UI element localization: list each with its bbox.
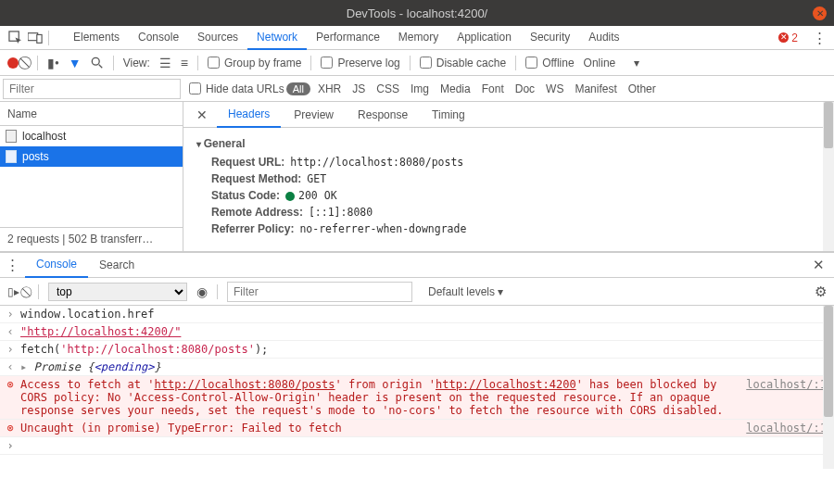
filter-doc[interactable]: Doc: [510, 82, 540, 95]
source-link[interactable]: localhost/:1: [746, 378, 827, 391]
network-status: 2 requests | 502 B transferr…: [0, 227, 183, 251]
more-menu-icon[interactable]: ⋮: [813, 30, 827, 46]
device-toggle-icon[interactable]: [28, 31, 43, 45]
separator: [48, 31, 49, 45]
console-sidebar-icon[interactable]: ▯▸: [7, 285, 19, 298]
filter-other[interactable]: Other: [623, 82, 662, 95]
console-error[interactable]: ⊗Access to fetch at 'http://localhost:80…: [0, 376, 834, 420]
filter-font[interactable]: Font: [476, 82, 510, 95]
request-url: Request URL:http://localhost:8080/posts: [211, 156, 821, 169]
camera-icon[interactable]: ▮●: [47, 56, 59, 70]
panel-tabs: Elements Console Sources Network Perform…: [64, 26, 629, 50]
drawer-tab-search[interactable]: Search: [88, 253, 145, 277]
inspect-icon[interactable]: [7, 31, 22, 45]
network-filter-bar: Hide data URLs All XHR JS CSS Img Media …: [0, 76, 834, 102]
throttle-select[interactable]: Online ▾: [584, 57, 639, 69]
filter-img[interactable]: Img: [405, 82, 435, 95]
live-expression-icon[interactable]: ◉: [196, 284, 208, 299]
filter-css[interactable]: CSS: [371, 82, 405, 95]
view-small-icon[interactable]: ≡: [181, 56, 188, 70]
status-dot-icon: [285, 192, 295, 201]
offline-checkbox[interactable]: Offline: [525, 57, 574, 69]
tab-elements[interactable]: Elements: [64, 26, 129, 50]
scrollbar[interactable]: [823, 102, 834, 251]
detail-body: General Request URL:http://localhost:808…: [183, 128, 834, 251]
network-toolbar: ⃠ ▮● ▼ View: ☰ ≡ Group by frame Preserve…: [0, 50, 834, 76]
console-filter-input[interactable]: [227, 282, 412, 302]
tab-performance[interactable]: Performance: [307, 26, 389, 50]
drawer-tabs: ⋮ Console Search ✕: [0, 252, 834, 278]
drawer-tab-console[interactable]: Console: [25, 252, 88, 278]
main-toolbar: Elements Console Sources Network Perform…: [0, 26, 834, 50]
console-line[interactable]: ›window.location.href: [0, 306, 834, 323]
request-name: posts: [22, 150, 49, 163]
section-general[interactable]: General: [196, 137, 821, 150]
remote-address: Remote Address:[::1]:8080: [211, 206, 821, 219]
close-detail-icon[interactable]: ✕: [189, 104, 215, 126]
record-button[interactable]: [7, 57, 19, 69]
console-line[interactable]: ‹"http://localhost:4200/": [0, 323, 834, 341]
tab-application[interactable]: Application: [448, 26, 521, 50]
tab-headers[interactable]: Headers: [217, 102, 281, 128]
scrollbar[interactable]: [823, 306, 834, 469]
tab-preview[interactable]: Preview: [283, 103, 345, 127]
error-count: 2: [791, 32, 798, 44]
name-column-header[interactable]: Name: [0, 102, 183, 126]
request-row[interactable]: localhost: [0, 126, 183, 146]
document-icon: [6, 150, 17, 163]
window-close-button[interactable]: ✕: [813, 6, 827, 20]
window-title: DevTools - localhost:4200/: [0, 6, 834, 20]
window-titlebar: DevTools - localhost:4200/ ✕: [0, 0, 834, 26]
hide-data-urls-checkbox[interactable]: Hide data URLs: [189, 82, 284, 95]
drawer-more-icon[interactable]: ⋮: [6, 257, 19, 273]
svg-rect-1: [28, 32, 38, 40]
document-icon: [6, 130, 17, 143]
log-levels-select[interactable]: Default levels ▾: [422, 282, 510, 302]
context-select[interactable]: top: [48, 283, 187, 301]
console-line[interactable]: ›fetch('http://localhost:8080/posts');: [0, 341, 834, 359]
network-split: Name localhost posts 2 requests | 502 B …: [0, 102, 834, 252]
filter-media[interactable]: Media: [435, 82, 476, 95]
detail-tabs: ✕ Headers Preview Response Timing: [183, 102, 834, 128]
search-icon[interactable]: [91, 57, 104, 69]
console-settings-icon[interactable]: ⚙: [815, 284, 827, 300]
view-large-icon[interactable]: ☰: [159, 56, 171, 70]
svg-rect-2: [37, 34, 42, 43]
request-name: localhost: [22, 130, 66, 143]
preserve-log-checkbox[interactable]: Preserve log: [321, 57, 399, 69]
filter-js[interactable]: JS: [347, 82, 371, 95]
request-row[interactable]: posts: [0, 146, 183, 167]
filter-ws[interactable]: WS: [540, 82, 569, 95]
filter-manifest[interactable]: Manifest: [569, 82, 622, 95]
tab-response[interactable]: Response: [347, 103, 419, 127]
console-toolbar: ▯▸ ⃠ top ◉ Default levels ▾ ⚙: [0, 278, 834, 306]
referrer-policy: Referrer Policy:no-referrer-when-downgra…: [211, 222, 821, 235]
tab-memory[interactable]: Memory: [389, 26, 448, 50]
view-label: View:: [123, 57, 150, 69]
disable-cache-checkbox[interactable]: Disable cache: [420, 57, 506, 69]
console-line[interactable]: ‹▸ Promise {<pending>}: [0, 359, 834, 376]
tab-audits[interactable]: Audits: [579, 26, 628, 50]
tab-console[interactable]: Console: [129, 26, 188, 50]
request-list: Name localhost posts 2 requests | 502 B …: [0, 102, 183, 251]
filter-input[interactable]: [3, 79, 181, 99]
source-link[interactable]: localhost/:1: [746, 422, 827, 435]
svg-line-4: [98, 64, 102, 68]
console-body: ›window.location.href ‹"http://localhost…: [0, 306, 834, 469]
request-method: Request Method:GET: [211, 172, 821, 185]
filter-all[interactable]: All: [286, 82, 310, 95]
filter-toggle-icon[interactable]: ▼: [69, 56, 82, 70]
status-code: Status Code:200 OK: [211, 189, 821, 202]
tab-sources[interactable]: Sources: [188, 26, 247, 50]
group-by-frame-checkbox[interactable]: Group by frame: [208, 57, 301, 69]
error-indicator[interactable]: ✕2: [778, 32, 798, 44]
drawer-close-icon[interactable]: ✕: [809, 257, 828, 273]
console-prompt[interactable]: ›: [0, 437, 834, 455]
tab-security[interactable]: Security: [521, 26, 579, 50]
svg-point-3: [92, 57, 99, 65]
filter-xhr[interactable]: XHR: [312, 82, 347, 95]
request-detail: ✕ Headers Preview Response Timing Genera…: [183, 102, 834, 251]
tab-timing[interactable]: Timing: [421, 103, 476, 127]
console-error[interactable]: ⊗Uncaught (in promise) TypeError: Failed…: [0, 420, 834, 437]
tab-network[interactable]: Network: [247, 26, 307, 50]
